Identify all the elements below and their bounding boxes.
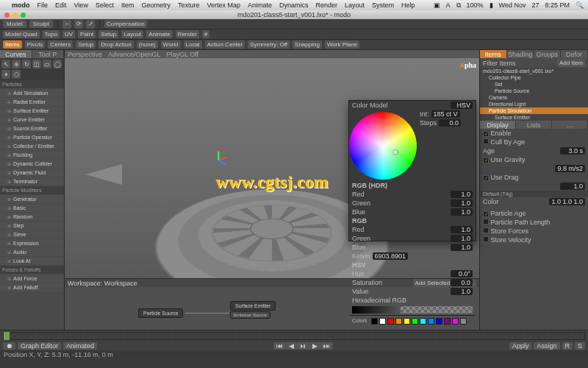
swatch-4[interactable] (404, 318, 410, 325)
prop-tab-lists[interactable]: Lists (516, 121, 552, 129)
layout-tab-animate[interactable]: Animate (146, 30, 172, 38)
dropbox-icon[interactable]: ⧉ (456, 1, 461, 10)
left-tab-toolp[interactable]: Tool P (32, 50, 65, 58)
rgb-red[interactable]: 1.0 (451, 226, 473, 233)
playback-1[interactable]: ◀ (286, 342, 297, 350)
node-port-emission[interactable]: Emission Source (230, 311, 270, 319)
spotlight-icon[interactable]: 🔍 (576, 1, 584, 9)
menu-animate[interactable]: Animate (248, 1, 272, 9)
mode-setup[interactable]: Setup (76, 40, 96, 49)
hsv-saturation[interactable]: 0.0 (451, 279, 473, 286)
playback-4[interactable]: ⏭ (320, 342, 333, 350)
layout-tab-uv[interactable]: UV (62, 30, 75, 38)
cp-model[interactable]: HSV (451, 102, 473, 109)
rgbhdr-red[interactable]: 1.0 (451, 191, 473, 198)
tool-icon-4[interactable]: ▭ (43, 60, 51, 68)
cb-Store Forces[interactable] (483, 227, 489, 233)
menu-geometry[interactable]: Geometry (141, 1, 171, 9)
particle-surface-emitter[interactable]: ⊕Surface Emitter (0, 107, 64, 115)
cb-Enable[interactable]: ✓ (483, 131, 489, 137)
vp-camera[interactable]: Perspective (68, 51, 102, 58)
schematic-workspace[interactable]: Workspace: Workspace (68, 280, 137, 287)
mod-expression[interactable]: ⊕Expression (0, 239, 64, 247)
swatch-6[interactable] (420, 318, 426, 325)
hsv-hue[interactable]: 0.0° (451, 270, 473, 277)
menu-help[interactable]: Help (401, 1, 415, 9)
particle-flocking[interactable]: ⊕Flocking (0, 151, 64, 159)
layout-tab-render[interactable]: Render (176, 30, 199, 38)
mod-look-at[interactable]: ⊕Look At (0, 257, 64, 265)
mode--none-[interactable]: (none) (137, 40, 158, 49)
mode-sculpt[interactable]: Sculpt (29, 20, 53, 28)
mode-local[interactable]: Local (184, 40, 202, 49)
particle-terminator[interactable]: ⊕Terminator (0, 177, 64, 185)
swatch-8[interactable] (436, 318, 442, 325)
item-particle-source[interactable]: Particle Source (480, 88, 588, 94)
minimize-icon[interactable] (12, 13, 18, 18)
particle-curve-emitter[interactable]: ⊕Curve Emitter (0, 116, 64, 124)
swatch-3[interactable] (395, 318, 402, 325)
left-tab-curves[interactable]: Curves (0, 50, 32, 58)
mode-world[interactable]: World (161, 40, 181, 49)
layout-tab-paint[interactable]: Paint (78, 30, 96, 38)
menu-layout[interactable]: Layout (345, 1, 365, 9)
key-toggle[interactable]: ⏺ (3, 342, 15, 350)
mod-sieve[interactable]: ⊕Sieve (0, 230, 64, 238)
rotate-tool-icon[interactable]: ⟳ (74, 20, 83, 29)
cp-kelvin[interactable]: 6903.8901 (373, 252, 409, 260)
vp-shading[interactable]: Advance/OpenGL (108, 51, 161, 58)
item-directional-light[interactable]: Directional Light (480, 101, 588, 107)
tool-icon-1[interactable]: ⊕ (12, 60, 21, 68)
app-name[interactable]: modo (12, 1, 30, 9)
cb-Cull By Age[interactable] (483, 138, 489, 144)
vp-playgl[interactable]: PlayGL Off (167, 51, 199, 58)
swatch-0[interactable] (371, 318, 378, 325)
playback-0[interactable]: ⏮ (273, 342, 286, 350)
particle-particle-operator[interactable]: ⊕Particle Operator (0, 133, 64, 141)
mode-action-center[interactable]: Action Center (205, 40, 245, 49)
layout-tab-topo[interactable]: Topo (43, 30, 60, 38)
particle-collector-emitter[interactable]: ⊕Collector / Emitter (0, 142, 64, 150)
mode-pivots[interactable]: Pivots (25, 40, 46, 49)
cb-Particle Path Length[interactable] (483, 219, 489, 224)
items-tab-shading[interactable]: Shading (507, 50, 534, 58)
cb-Use Drag[interactable]: ✓ (483, 175, 489, 181)
layout-tab-setup[interactable]: Setup (98, 30, 118, 38)
menu-select[interactable]: Select (96, 1, 114, 9)
menu-view[interactable]: View (74, 1, 88, 9)
cb-Use Gravity[interactable]: ✓ (483, 158, 489, 163)
finder-icon[interactable]: ▣ (434, 1, 440, 9)
cp-int[interactable]: 185 ct V (431, 110, 460, 118)
layout-tab-layout[interactable]: Layout (121, 30, 143, 38)
color-picker-popup[interactable]: Color ModelHSV Int:185 ct V Steps0.0 RGB… (348, 100, 476, 241)
menu-item[interactable]: Item (121, 1, 135, 9)
mode-model[interactable]: Model (3, 20, 26, 28)
swatch-11[interactable] (460, 318, 467, 325)
swatch-7[interactable] (428, 318, 434, 325)
node-surface-emitter[interactable]: Surface Emitter (230, 301, 276, 311)
zoom-icon[interactable] (21, 13, 26, 18)
mod-basic[interactable]: ⊕Basic (0, 204, 64, 212)
cb-Store Velocity[interactable] (483, 236, 489, 242)
tool-icon-5[interactable]: ◯ (53, 60, 62, 68)
item-particle-simulation[interactable]: Particle Simulation (480, 107, 588, 114)
prop-tab-display[interactable]: Display (480, 121, 516, 129)
timeline-track[interactable] (3, 332, 585, 340)
playback-2[interactable]: ⏯ (297, 342, 309, 350)
rgbhdr-blue[interactable]: 1.0 (451, 208, 473, 216)
node-particle-source[interactable]: Particle Source (138, 308, 183, 318)
hsv-value[interactable]: 1.0 (451, 288, 473, 295)
item-collector-pipe[interactable]: Collector Pipe (480, 74, 588, 81)
menu-render[interactable]: Render (316, 1, 338, 9)
r-button[interactable]: R (562, 342, 573, 350)
scale-tool-icon[interactable]: ⤢ (86, 20, 95, 29)
assign-button[interactable]: Assign (534, 342, 559, 350)
mode-work-plane[interactable]: Work Plane (325, 40, 359, 49)
swatch-9[interactable] (444, 318, 451, 325)
mode-snapping[interactable]: Snapping (293, 40, 322, 49)
swatch-10[interactable] (452, 318, 459, 325)
items-tab-groups[interactable]: Groups (534, 50, 562, 58)
cb-Particle Age[interactable]: ✓ (483, 211, 489, 217)
mod-random[interactable]: ⊕Random (0, 213, 64, 221)
mod-step[interactable]: ⊕Step (0, 222, 64, 230)
